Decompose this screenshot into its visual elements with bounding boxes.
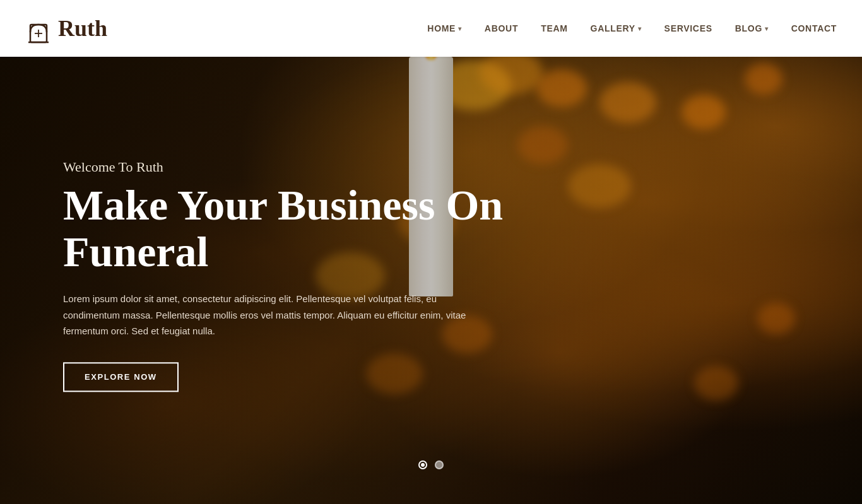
- nav-gallery[interactable]: GALLERY ▾: [591, 23, 642, 33]
- hero-description: Lorem ipsum dolor sit amet, consectetur …: [63, 291, 467, 339]
- nav-contact[interactable]: CONTACT: [791, 23, 837, 33]
- logo-text: Ruth: [58, 15, 107, 42]
- nav-about[interactable]: ABOUT: [485, 23, 518, 33]
- main-nav: HOME ▾ ABOUT TEAM GALLERY ▾ SERVICES BLO…: [427, 23, 837, 33]
- slider-dots: [418, 460, 444, 469]
- chevron-down-icon: ▾: [458, 25, 462, 32]
- chevron-down-icon: ▾: [638, 25, 642, 32]
- hero-subtitle: Welcome To Ruth: [63, 159, 505, 175]
- tombstone-icon: [25, 12, 52, 45]
- header: Ruth HOME ▾ ABOUT TEAM GALLERY ▾ SERVICE…: [0, 0, 862, 57]
- nav-blog[interactable]: BLOG ▾: [735, 23, 769, 33]
- hero-section: Welcome To Ruth Make Your Business On Fu…: [0, 0, 862, 504]
- slide-dot-2[interactable]: [435, 460, 444, 469]
- logo[interactable]: Ruth: [25, 12, 107, 45]
- nav-team[interactable]: TEAM: [541, 23, 567, 33]
- chevron-down-icon: ▾: [765, 25, 769, 32]
- nav-home[interactable]: HOME ▾: [427, 23, 462, 33]
- explore-now-button[interactable]: EXPLORE NOW: [63, 362, 179, 392]
- hero-content: Welcome To Ruth Make Your Business On Fu…: [63, 159, 505, 392]
- nav-services[interactable]: SERVICES: [664, 23, 712, 33]
- hero-title: Make Your Business On Funeral: [63, 182, 505, 276]
- slide-dot-1[interactable]: [418, 460, 427, 469]
